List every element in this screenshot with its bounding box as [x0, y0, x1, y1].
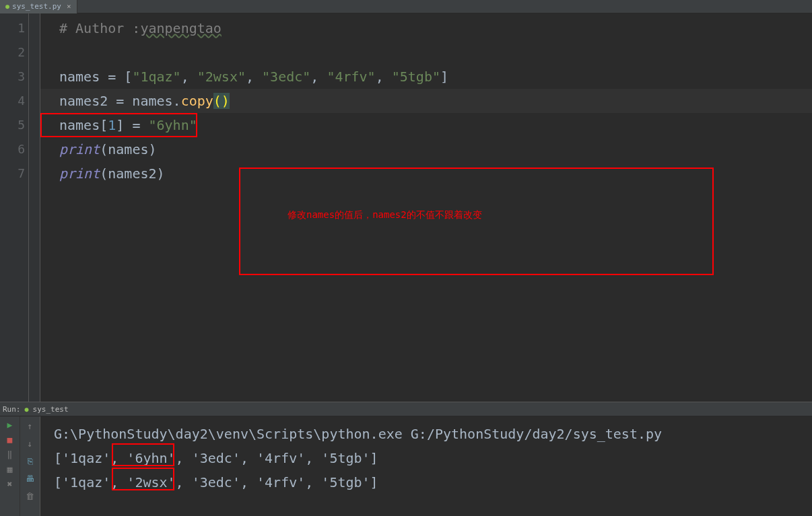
line-number-gutter: 1 2 3 4 5 6 7: [0, 13, 40, 402]
annotation-box-output-1: [112, 443, 174, 466]
console-toolbar-left: ▶ ■ ‖ ▦ ✖: [0, 416, 20, 516]
line-number: 2: [0, 40, 40, 65]
run-tool-window-header[interactable]: Run: ● sys_test: [0, 402, 812, 416]
editor-tab-bar: ● sys_test.py ×: [0, 0, 812, 13]
python-file-icon: ●: [5, 3, 9, 10]
code-line-2: [59, 40, 812, 65]
export-icon[interactable]: ⎘: [25, 455, 36, 466]
line-number: 4: [0, 89, 40, 113]
code-editor[interactable]: 1 2 3 4 5 6 7 # Author :yanpengtao names…: [0, 13, 812, 402]
stop-icon[interactable]: ■: [5, 434, 15, 445]
run-config-name: sys_test: [33, 405, 69, 414]
rerun-icon[interactable]: ▶: [5, 419, 15, 430]
trash-icon[interactable]: 🗑: [25, 490, 36, 501]
code-line-6: print(names): [59, 137, 812, 161]
close-icon[interactable]: ×: [67, 2, 71, 11]
file-tab[interactable]: ● sys_test.py ×: [0, 0, 77, 13]
pause-icon[interactable]: ‖: [5, 449, 15, 459]
annotation-text: 修改names的值后，names2的不值不跟着改变: [287, 209, 482, 220]
console-toolbar-right: ↑ ↓ ⎘ 🖶 🗑: [20, 416, 40, 516]
python-run-icon: ●: [25, 406, 29, 413]
annotation-box-note: 修改names的值后，names2的不值不跟着改变: [239, 168, 714, 275]
line-number: 5: [0, 113, 40, 137]
layout-icon[interactable]: ▦: [5, 464, 15, 474]
up-icon[interactable]: ↑: [25, 420, 36, 431]
code-line-1: # Author :yanpengtao: [59, 16, 812, 40]
output-command: G:\PythonStudy\day2\venv\Scripts\python.…: [54, 422, 812, 446]
tab-filename: sys_test.py: [12, 2, 61, 11]
down-icon[interactable]: ↓: [25, 438, 36, 449]
line-number: 3: [0, 65, 40, 89]
code-content[interactable]: # Author :yanpengtao names = ["1qaz", "2…: [40, 13, 812, 402]
line-number: 7: [0, 161, 40, 186]
print-icon[interactable]: 🖶: [25, 473, 36, 484]
indent-guide: [28, 13, 29, 402]
line-number: 6: [0, 137, 40, 161]
code-line-3: names = ["1qaz", "2wsx", "3edc", "4rfv",…: [59, 65, 812, 89]
console-output[interactable]: G:\PythonStudy\day2\venv\Scripts\python.…: [40, 416, 812, 516]
line-number: 1: [0, 16, 40, 40]
run-label: Run:: [3, 405, 21, 414]
annotation-box-output-2: [112, 468, 174, 490]
run-console: ▶ ■ ‖ ▦ ✖ ↑ ↓ ⎘ 🖶 🗑 G:\PythonStudy\day2\…: [0, 416, 812, 516]
bug-icon[interactable]: ✖: [5, 478, 15, 489]
